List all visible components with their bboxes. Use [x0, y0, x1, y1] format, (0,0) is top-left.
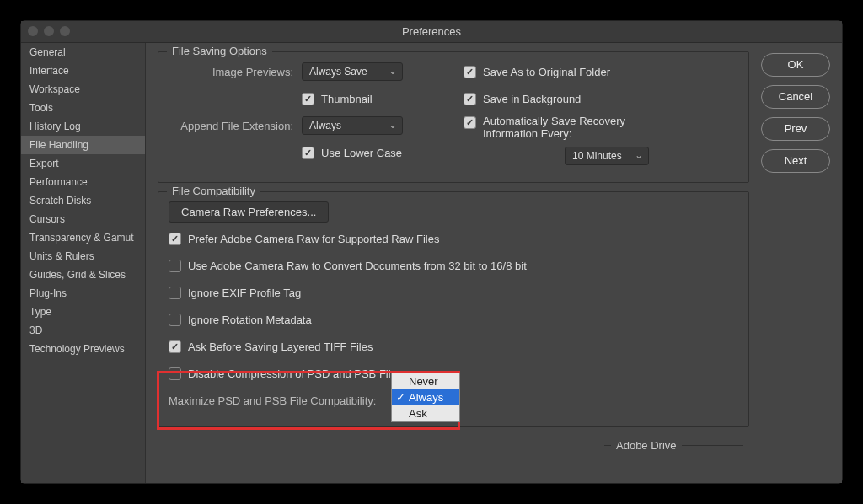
file-saving-title: File Saving Options: [167, 45, 272, 57]
lowercase-label: Use Lower Case: [321, 147, 402, 159]
save-bg-label: Save in Background: [483, 93, 581, 105]
use-acr32-checkbox[interactable]: [169, 260, 181, 272]
saveas-original-checkbox[interactable]: [464, 66, 476, 78]
zoom-icon[interactable]: [60, 26, 70, 36]
sidebar-item-scratch-disks[interactable]: Scratch Disks: [21, 191, 145, 210]
cancel-button[interactable]: Cancel: [761, 85, 830, 109]
file-compat-title: File Compatibility: [167, 185, 260, 197]
disable-compress-label: Disable Compression of PSD and PSB Files: [188, 367, 402, 380]
camera-raw-prefs-button[interactable]: Camera Raw Preferences...: [169, 201, 329, 223]
sidebar-item-export[interactable]: Export: [21, 154, 145, 173]
sidebar-item-file-handling[interactable]: File Handling: [21, 136, 145, 154]
thumbnail-checkbox[interactable]: [302, 93, 314, 105]
ignore-exif-checkbox[interactable]: [169, 287, 181, 299]
autosave-checkbox[interactable]: [464, 116, 476, 129]
ok-button[interactable]: OK: [761, 53, 830, 77]
ask-tiff-label: Ask Before Saving Layered TIFF Files: [188, 340, 373, 353]
dialog-buttons: OK Cancel Prev Next: [761, 43, 842, 483]
adobe-drive-group: Adobe Drive: [604, 439, 743, 454]
sidebar-item-workspace[interactable]: Workspace: [21, 80, 145, 99]
autosave-label: Automatically Save Recovery Information …: [483, 115, 651, 140]
image-previews-select[interactable]: Always Save: [302, 62, 403, 81]
file-saving-group: File Saving Options Image Previews: Alwa…: [158, 51, 749, 183]
sidebar-item-transparency-gamut[interactable]: Transparency & Gamut: [21, 228, 145, 247]
sidebar-item-interface[interactable]: Interface: [21, 62, 145, 80]
sidebar-item-tools[interactable]: Tools: [21, 99, 145, 117]
main-panel: File Saving Options Image Previews: Alwa…: [146, 43, 761, 483]
lowercase-checkbox[interactable]: [302, 147, 314, 159]
maximize-compat-label: Maximize PSD and PSB File Compatibility:: [169, 394, 376, 407]
maximize-option-never[interactable]: Never: [392, 373, 459, 389]
use-acr32-label: Use Adobe Camera Raw to Convert Document…: [188, 260, 527, 272]
sidebar-item-history-log[interactable]: History Log: [21, 117, 145, 136]
sidebar-item-technology-previews[interactable]: Technology Previews: [21, 340, 145, 358]
sidebar-item-3d[interactable]: 3D: [21, 321, 145, 340]
image-previews-label: Image Previews:: [169, 66, 302, 78]
maximize-option-always[interactable]: Always: [392, 389, 459, 405]
append-ext-select[interactable]: Always: [302, 116, 403, 135]
save-bg-checkbox[interactable]: [464, 93, 476, 105]
sidebar-item-type[interactable]: Type: [21, 303, 145, 321]
saveas-original-label: Save As to Original Folder: [483, 66, 610, 78]
close-icon[interactable]: [28, 26, 38, 36]
disable-compress-checkbox[interactable]: [169, 367, 181, 380]
maximize-compat-dropdown[interactable]: NeverAlwaysAsk: [391, 373, 460, 422]
append-ext-label: Append File Extension:: [169, 120, 302, 132]
maximize-option-ask[interactable]: Ask: [392, 405, 459, 421]
titlebar: Preferences: [21, 21, 842, 43]
sidebar-item-cursors[interactable]: Cursors: [21, 210, 145, 228]
preferences-window: Preferences GeneralInterfaceWorkspaceToo…: [20, 20, 843, 484]
prefer-acr-label: Prefer Adobe Camera Raw for Supported Ra…: [188, 233, 439, 245]
file-compat-group: File Compatibility Camera Raw Preference…: [158, 191, 749, 427]
window-controls[interactable]: [28, 26, 70, 36]
sidebar-item-units-rulers[interactable]: Units & Rulers: [21, 247, 145, 265]
ignore-rotation-label: Ignore Rotation Metadata: [188, 314, 312, 326]
ask-tiff-checkbox[interactable]: [169, 340, 181, 353]
sidebar-item-performance[interactable]: Performance: [21, 173, 145, 191]
category-sidebar: GeneralInterfaceWorkspaceToolsHistory Lo…: [21, 43, 146, 483]
minimize-icon[interactable]: [44, 26, 54, 36]
adobe-drive-title: Adobe Drive: [611, 439, 682, 452]
next-button[interactable]: Next: [761, 149, 830, 173]
prev-button[interactable]: Prev: [761, 117, 830, 141]
sidebar-item-guides-grid-slices[interactable]: Guides, Grid & Slices: [21, 265, 145, 284]
thumbnail-label: Thumbnail: [321, 93, 373, 105]
ignore-exif-label: Ignore EXIF Profile Tag: [188, 287, 301, 299]
sidebar-item-general[interactable]: General: [21, 43, 145, 62]
sidebar-item-plug-ins[interactable]: Plug-Ins: [21, 284, 145, 303]
autosave-interval-select[interactable]: 10 Minutes: [565, 147, 649, 165]
window-title: Preferences: [402, 25, 461, 38]
ignore-rotation-checkbox[interactable]: [169, 314, 181, 326]
prefer-acr-checkbox[interactable]: [169, 233, 181, 245]
